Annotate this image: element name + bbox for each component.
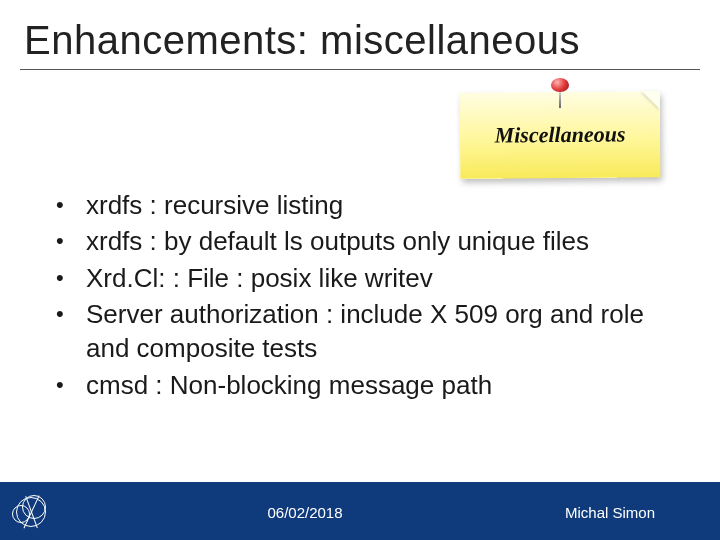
slide: Enhancements: miscellaneous Miscellaneou…	[0, 0, 720, 540]
list-item: cmsd : Non-blocking message path	[52, 368, 670, 402]
cern-logo-icon	[12, 493, 50, 531]
title-divider	[20, 69, 700, 70]
footer-date: 06/02/2018	[90, 504, 520, 521]
footer-bar: 06/02/2018 Michal Simon	[0, 484, 720, 540]
footer-author: Michal Simon	[520, 504, 700, 521]
pushpin-icon	[551, 78, 569, 108]
list-item: xrdfs : by default ls outputs only uniqu…	[52, 224, 670, 258]
sticky-note-label: Miscellaneous	[494, 121, 625, 148]
list-item: Xrd.Cl: : File : posix like writev	[52, 261, 670, 295]
slide-title: Enhancements: miscellaneous	[0, 0, 720, 69]
list-item: xrdfs : recursive listing	[52, 188, 670, 222]
list-item: Server authorization : include X 509 org…	[52, 297, 670, 366]
sticky-note: Miscellaneous	[460, 72, 660, 182]
bullet-list: xrdfs : recursive listing xrdfs : by def…	[52, 188, 670, 404]
